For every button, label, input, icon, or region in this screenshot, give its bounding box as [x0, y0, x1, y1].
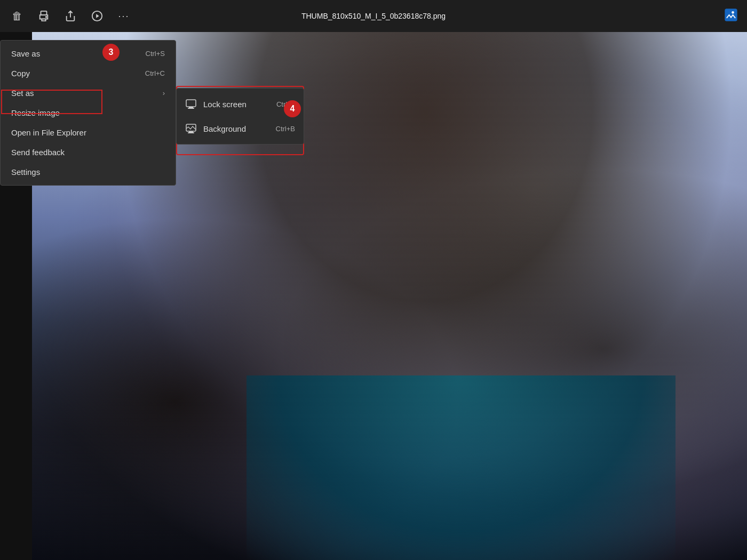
- menu-item-settings[interactable]: Settings: [1, 162, 176, 182]
- menu-item-send-feedback[interactable]: Send feedback: [1, 142, 176, 162]
- svg-marker-3: [96, 14, 99, 18]
- submenu-background-label: Background: [203, 124, 246, 133]
- file-title: THUMB_810x510_M_I_5_0b23618c78.png: [301, 12, 446, 20]
- menu-item-save-as-shortcut: Ctrl+S: [146, 50, 165, 58]
- delete-icon[interactable]: 🗑: [9, 7, 26, 25]
- submenu-lock-screen-label: Lock screen: [203, 100, 247, 109]
- menu-item-copy-label: Copy: [11, 69, 30, 78]
- submenu-item-background[interactable]: Background Ctrl+B: [177, 116, 304, 141]
- context-menu: Save as Ctrl+S Copy Ctrl+C Set as › Resi…: [0, 40, 176, 186]
- menu-item-open-explorer[interactable]: Open in File Explorer: [1, 123, 176, 142]
- titlebar-actions: 🗑 ···: [9, 7, 132, 25]
- svg-point-5: [732, 11, 734, 14]
- menu-item-copy[interactable]: Copy Ctrl+C: [1, 63, 176, 83]
- svg-rect-8: [188, 108, 194, 109]
- app-icon: [724, 7, 738, 25]
- print-icon[interactable]: [35, 7, 52, 25]
- svg-rect-11: [188, 132, 194, 133]
- svg-rect-6: [186, 100, 196, 107]
- menu-item-copy-shortcut: Ctrl+C: [145, 69, 165, 77]
- menu-item-send-feedback-label: Send feedback: [11, 148, 65, 157]
- set-as-submenu: Lock screen Ctrl+L Background Ctrl+B: [176, 88, 304, 145]
- more-icon[interactable]: ···: [115, 7, 132, 25]
- step-badge-3: 3: [102, 44, 120, 61]
- menu-item-save-as-label: Save as: [11, 49, 40, 58]
- submenu-item-background-left: Background: [185, 123, 246, 134]
- svg-point-1: [46, 17, 47, 18]
- menu-item-resize-label: Resize image: [11, 108, 60, 117]
- svg-rect-0: [41, 11, 47, 15]
- step-badge-4: 4: [284, 100, 301, 117]
- menu-item-set-as-label: Set as: [11, 89, 34, 98]
- menu-item-open-explorer-label: Open in File Explorer: [11, 128, 86, 137]
- outfit-overlay: [247, 375, 676, 561]
- svg-rect-4: [725, 9, 737, 21]
- titlebar: 🗑 ··· THUMB_810x510_M_I_5_0b23618c78.png: [0, 0, 747, 32]
- share-icon[interactable]: [62, 7, 79, 25]
- menu-item-save-as[interactable]: Save as Ctrl+S: [1, 44, 176, 63]
- submenu-background-shortcut: Ctrl+B: [276, 125, 295, 133]
- menu-item-resize[interactable]: Resize image: [1, 103, 176, 123]
- menu-item-settings-label: Settings: [11, 167, 40, 177]
- background-icon: [185, 123, 197, 134]
- menu-item-set-as-arrow: ›: [163, 89, 165, 97]
- submenu-item-lock-screen-left: Lock screen: [185, 98, 247, 110]
- play-icon[interactable]: [89, 7, 106, 25]
- menu-item-set-as[interactable]: Set as ›: [1, 83, 176, 103]
- lock-screen-icon: [185, 98, 197, 110]
